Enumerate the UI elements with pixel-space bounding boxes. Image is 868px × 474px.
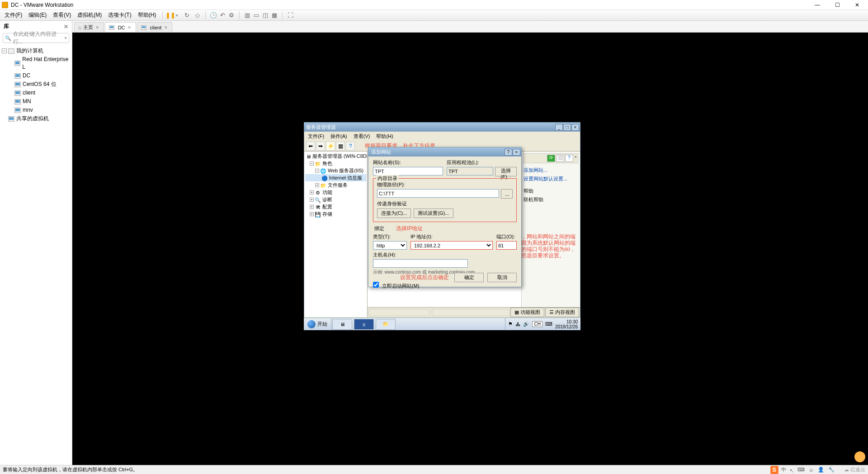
browse-button[interactable]: ...: [501, 189, 513, 199]
help-button[interactable]: ?: [346, 142, 355, 151]
action-set-default[interactable]: 设置网站默认设置...: [524, 175, 578, 183]
sm-tree-storage[interactable]: +💾存储: [305, 210, 366, 218]
tab-client[interactable]: client ×: [137, 22, 173, 32]
menu-tabs[interactable]: 选项卡(T): [105, 10, 134, 20]
sm-menu-help[interactable]: 帮助(H): [374, 133, 395, 140]
snapshot-manage-icon[interactable]: ⚙: [227, 11, 236, 19]
scrollbar[interactable]: [432, 309, 509, 316]
pause-icon[interactable]: ❚❚: [166, 11, 175, 19]
close-button[interactable]: ✕: [848, 1, 866, 9]
expand-icon[interactable]: +: [315, 183, 319, 187]
ime-tool-icon[interactable]: 🔧: [827, 467, 836, 473]
close-button[interactable]: ×: [513, 149, 520, 156]
dialog-titlebar[interactable]: 添加网站 ? ×: [368, 147, 521, 156]
collapse-icon[interactable]: −: [315, 169, 319, 173]
taskbar-server-manager[interactable]: 🖥: [332, 319, 352, 330]
tree-vm-redhat[interactable]: Red Hat Enterprise L: [1, 55, 71, 71]
action-stop-icon[interactable]: ⬜: [556, 155, 564, 162]
clock[interactable]: 10:30 2018/12/26: [555, 319, 578, 329]
tab-dc[interactable]: DC ×: [105, 22, 136, 32]
site-name-input[interactable]: [373, 167, 443, 175]
view-features-button[interactable]: ▦功能视图: [510, 308, 544, 317]
ok-button[interactable]: 确定: [454, 273, 484, 282]
power-icon[interactable]: ↻: [183, 11, 191, 19]
ime-icon[interactable]: ⌨: [545, 321, 552, 327]
sm-tree-file[interactable]: +📁文件服务: [305, 181, 366, 189]
refresh-button[interactable]: ⚡: [326, 142, 335, 151]
select-pool-button[interactable]: 选择(E)...: [495, 167, 517, 176]
sm-tree-feature[interactable]: +⚙功能: [305, 189, 366, 196]
scrollbar[interactable]: [368, 309, 430, 316]
sm-menu-action[interactable]: 操作(A): [329, 133, 349, 140]
view-content-button[interactable]: ☰内容视图: [545, 308, 579, 317]
close-button[interactable]: ×: [571, 124, 579, 131]
tab-close-icon[interactable]: ×: [127, 24, 132, 31]
forward-button[interactable]: ➡: [316, 142, 325, 151]
fullscreen-icon[interactable]: ⛶: [286, 11, 294, 19]
minimize-button[interactable]: _: [555, 124, 563, 131]
back-button[interactable]: ⬅: [306, 142, 315, 151]
collapse-icon[interactable]: −: [2, 48, 7, 53]
collapse-icon[interactable]: −: [310, 161, 314, 166]
ime-keyboard-icon[interactable]: ⌨: [796, 467, 806, 473]
menu-help[interactable]: 帮助(H): [135, 10, 159, 20]
sm-tree-root[interactable]: 🖥服务器管理器 (WIN-C8DD59): [305, 152, 366, 160]
connect-as-button[interactable]: 连接为(C)...: [377, 209, 411, 218]
tree-vm-dc[interactable]: DC: [1, 71, 71, 80]
action-add-site[interactable]: 添加网站...: [524, 166, 578, 175]
physical-path-input[interactable]: [377, 189, 499, 198]
sm-menu-file[interactable]: 文件(F): [306, 133, 326, 140]
expand-icon[interactable]: +: [310, 198, 314, 202]
action-help[interactable]: 帮助: [524, 187, 578, 195]
minimize-button[interactable]: —: [808, 1, 826, 9]
tree-vm-mn[interactable]: MN: [1, 97, 71, 106]
action-help-icon[interactable]: ?: [565, 155, 573, 162]
library-search[interactable]: 🔍 在此处键入内容进行... ▾: [3, 33, 69, 43]
snapshot-take-icon[interactable]: 🕒: [209, 11, 217, 19]
tray-flag-icon[interactable]: ⚑: [508, 321, 513, 327]
snapshot-icon[interactable]: ◇: [193, 11, 202, 19]
tab-home[interactable]: ⌂ 主页 ×: [74, 22, 104, 32]
sm-tree-config[interactable]: +🛠配置: [305, 203, 366, 210]
view-single-icon[interactable]: ▭: [252, 11, 260, 19]
tray-sound-icon[interactable]: 🔊: [523, 321, 529, 327]
vm-screen[interactable]: 服务器管理器 _ □ × 文件(F) 操作(A) 查看(V) 帮助(H) ⬅ ➡: [72, 33, 868, 465]
floating-button[interactable]: [854, 451, 865, 462]
view-columns-icon[interactable]: ▥: [243, 11, 251, 19]
tree-shared-vms[interactable]: 共享的虚拟机: [1, 114, 71, 123]
expand-icon[interactable]: +: [310, 205, 314, 209]
sm-tree-web[interactable]: −🌐Web 服务器(IIS): [305, 167, 366, 174]
taskbar-explorer[interactable]: 📁: [376, 319, 396, 330]
menu-vm[interactable]: 虚拟机(M): [75, 10, 104, 20]
sm-menu-view[interactable]: 查看(V): [352, 133, 372, 140]
sogou-ime-bar[interactable]: S 中 •, ⌨ ☺ 👤 🔧: [770, 466, 836, 474]
tray-network-icon[interactable]: 🖧: [515, 322, 520, 327]
expand-icon[interactable]: +: [310, 212, 314, 216]
menu-edit[interactable]: 编辑(E): [26, 10, 49, 20]
maximize-button[interactable]: ☐: [828, 1, 846, 9]
help-button[interactable]: ?: [505, 149, 512, 156]
maximize-button[interactable]: □: [563, 124, 571, 131]
port-input[interactable]: [496, 241, 517, 250]
sm-tree-roles[interactable]: −📁角色: [305, 160, 366, 167]
ime-emoji-icon[interactable]: ☺: [807, 467, 815, 473]
menu-view[interactable]: 查看(V): [50, 10, 74, 20]
tree-vm-centos[interactable]: CentOS 64 位: [1, 80, 71, 89]
taskbar-powershell[interactable]: ≥: [354, 319, 374, 330]
tree-vm-mnv[interactable]: mnv: [1, 106, 71, 114]
view-unity-icon[interactable]: ◫: [261, 11, 269, 19]
action-refresh-icon[interactable]: ⟳: [547, 155, 555, 162]
action-online-help[interactable]: 联机帮助: [524, 195, 578, 204]
ime-user-icon[interactable]: 👤: [816, 467, 826, 473]
server-manager-titlebar[interactable]: 服务器管理器 _ □ ×: [304, 123, 580, 132]
ime-mode[interactable]: 中: [780, 466, 788, 473]
snapshot-revert-icon[interactable]: ↶: [218, 11, 226, 19]
language-indicator[interactable]: CH: [532, 321, 542, 327]
test-settings-button[interactable]: 测试设置(G)...: [414, 209, 453, 218]
properties-button[interactable]: ▦: [336, 142, 345, 151]
tab-close-icon[interactable]: ×: [163, 24, 168, 31]
expand-icon[interactable]: +: [310, 190, 314, 194]
start-now-checkbox[interactable]: 立即启动网站(M): [373, 283, 420, 289]
view-thumbnail-icon[interactable]: ▦: [270, 11, 278, 19]
menu-file[interactable]: 文件(F): [2, 10, 25, 20]
